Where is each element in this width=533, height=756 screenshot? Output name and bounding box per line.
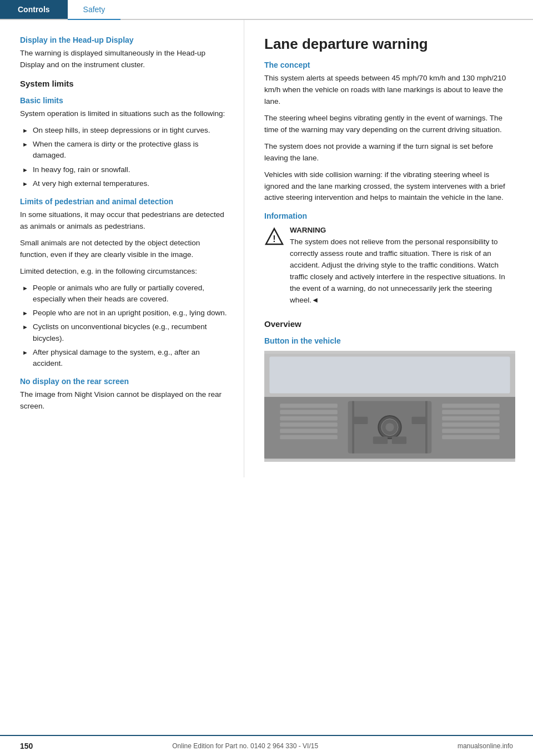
svg-rect-16 bbox=[442, 404, 500, 408]
svg-rect-17 bbox=[442, 410, 500, 415]
car-dashboard-image bbox=[264, 351, 515, 462]
basic-limits-heading: Basic limits bbox=[20, 96, 228, 105]
pedestrian-p3: Limited detection, e.g. in the following… bbox=[20, 266, 228, 278]
svg-rect-22 bbox=[353, 417, 368, 424]
list-item: ► On steep hills, in steep depressions o… bbox=[20, 125, 228, 136]
list-item: ► People or animals who are fully or par… bbox=[20, 283, 228, 305]
bullet-arrow-icon: ► bbox=[22, 179, 28, 189]
svg-rect-11 bbox=[280, 410, 338, 415]
basic-limits-intro: System operation is limited in situation… bbox=[20, 108, 228, 120]
pedestrian-list: ► People or animals who are fully or par… bbox=[20, 283, 228, 370]
display-text: The warning is displayed simultaneously … bbox=[20, 48, 228, 71]
overview-heading: Overview bbox=[264, 319, 515, 329]
svg-rect-25 bbox=[392, 437, 406, 444]
display-heading: Display in the Head-up Display bbox=[20, 36, 228, 44]
no-display-text: The image from Night Vision cannot be di… bbox=[20, 389, 228, 412]
pedestrian-p2: Small animals are not detected by the ob… bbox=[20, 238, 228, 261]
dashboard-svg bbox=[264, 351, 515, 462]
main-content: Display in the Head-up Display The warni… bbox=[0, 20, 533, 477]
svg-rect-12 bbox=[280, 416, 338, 421]
bullet-arrow-icon: ► bbox=[22, 165, 28, 175]
list-item: ► After physical damage to the system, e… bbox=[20, 347, 228, 370]
information-heading: Information bbox=[264, 211, 515, 220]
concept-heading: The concept bbox=[264, 61, 515, 69]
list-item: ► When the camera is dirty or the protec… bbox=[20, 139, 228, 162]
tab-safety[interactable]: Safety bbox=[68, 0, 121, 20]
bullet-arrow-icon: ► bbox=[22, 348, 28, 357]
svg-rect-5 bbox=[269, 356, 510, 393]
concept-p2: The steering wheel begins vibrating gent… bbox=[264, 113, 515, 136]
footer: 150 Online Edition for Part no. 0140 2 9… bbox=[0, 735, 533, 756]
basic-limits-list: ► On steep hills, in steep depressions o… bbox=[20, 125, 228, 189]
bullet-arrow-icon: ► bbox=[22, 322, 28, 332]
bullet-arrow-icon: ► bbox=[22, 284, 28, 293]
concept-p4: Vehicles with side collision warning: if… bbox=[264, 169, 515, 204]
svg-rect-23 bbox=[412, 417, 426, 424]
bullet-arrow-icon: ► bbox=[22, 309, 28, 318]
main-heading: Lane departure warning bbox=[264, 36, 515, 53]
system-limits-heading: System limits bbox=[20, 79, 228, 88]
list-item: ► People who are not in an upright posit… bbox=[20, 308, 228, 319]
footer-part-number: Online Edition for Part no. 0140 2 964 3… bbox=[172, 742, 318, 750]
no-display-heading: No display on the rear screen bbox=[20, 377, 228, 386]
svg-rect-21 bbox=[442, 435, 500, 440]
svg-rect-15 bbox=[280, 435, 338, 440]
bullet-arrow-icon: ► bbox=[22, 140, 28, 149]
tab-controls[interactable]: Controls bbox=[0, 0, 68, 19]
concept-p3: The system does not provide a warning if… bbox=[264, 141, 515, 164]
pedestrian-p1: In some situations, it may occur that pe… bbox=[20, 209, 228, 233]
warning-triangle-icon: ! bbox=[264, 227, 284, 247]
warning-content: WARNING The system does not relieve from… bbox=[290, 226, 515, 311]
svg-rect-24 bbox=[373, 437, 388, 444]
svg-rect-10 bbox=[280, 404, 338, 408]
svg-rect-13 bbox=[280, 422, 338, 427]
warning-title: WARNING bbox=[290, 226, 515, 234]
svg-rect-19 bbox=[442, 422, 500, 427]
svg-rect-20 bbox=[442, 429, 500, 433]
right-column: Lane departure warning The concept This … bbox=[244, 20, 533, 477]
svg-point-9 bbox=[385, 423, 394, 431]
svg-rect-26 bbox=[352, 401, 354, 453]
list-item: ► In heavy fog, rain or snowfall. bbox=[20, 164, 228, 175]
left-column: Display in the Head-up Display The warni… bbox=[0, 20, 244, 477]
button-heading: Button in the vehicle bbox=[264, 336, 515, 345]
svg-rect-18 bbox=[442, 416, 500, 421]
list-item: ► Cyclists on unconventional bicycles (e… bbox=[20, 321, 228, 344]
page-number: 150 bbox=[20, 742, 33, 750]
bullet-arrow-icon: ► bbox=[22, 126, 28, 135]
warning-box: ! WARNING The system does not relieve fr… bbox=[264, 226, 515, 311]
svg-text:!: ! bbox=[273, 234, 275, 244]
header: Controls Safety bbox=[0, 0, 533, 20]
concept-p1: This system alerts at speeds between 45 … bbox=[264, 73, 515, 108]
warning-text: The system does not relieve from the per… bbox=[290, 236, 515, 306]
svg-rect-14 bbox=[280, 429, 338, 433]
footer-site: manualsonline.info bbox=[457, 742, 513, 750]
list-item: ► At very high external temperatures. bbox=[20, 178, 228, 189]
pedestrian-heading: Limits of pedestrian and animal detectio… bbox=[20, 197, 228, 206]
svg-rect-27 bbox=[425, 401, 428, 453]
